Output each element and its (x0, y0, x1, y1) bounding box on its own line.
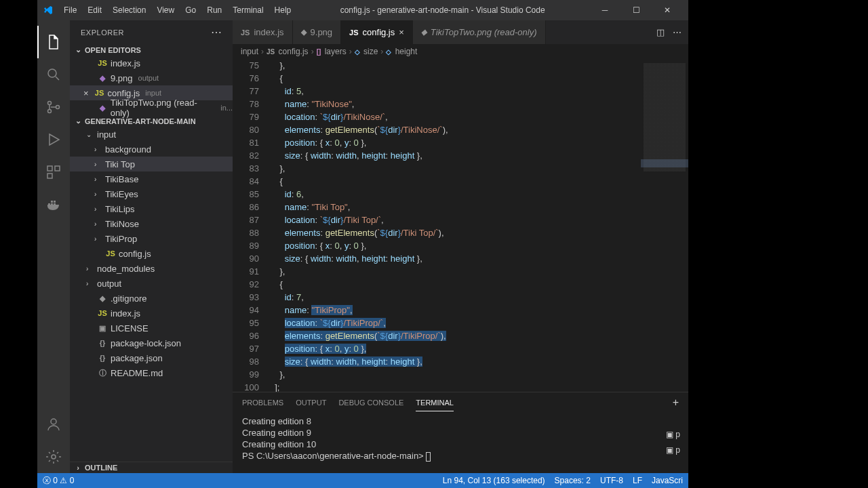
svg-rect-5 (47, 166, 52, 171)
source-control-icon[interactable] (37, 91, 70, 123)
tree-item[interactable]: ⓘREADME.md (70, 365, 233, 380)
breadcrumb-item[interactable]: ◇ height (386, 47, 417, 56)
file-icon: JS (97, 59, 108, 67)
file-icon: JS (349, 28, 358, 37)
chevron-icon: › (94, 176, 102, 183)
tree-item[interactable]: ▣LICENSE (70, 321, 233, 336)
menubar: FileEditSelectionViewGoRunTerminalHelp (59, 3, 296, 18)
status-encoding[interactable]: UTF-8 (600, 476, 623, 485)
status-selection[interactable]: Ln 94, Col 13 (163 selected) (443, 476, 545, 485)
tree-item[interactable]: ›node_modules (70, 261, 233, 276)
terminal-output[interactable]: ▣ p ▣ p Creating edition 8Creating editi… (233, 413, 688, 473)
activity-bar (37, 20, 70, 473)
terminal-powershell-icon[interactable]: ▣ p (666, 429, 680, 441)
menu-run[interactable]: Run (202, 3, 226, 18)
tree-item[interactable]: ›TikiEyes (70, 186, 233, 201)
panel-tab-problems[interactable]: PROBLEMS (242, 394, 283, 411)
close-button[interactable]: ✕ (652, 0, 683, 20)
tree-item[interactable]: ›output (70, 276, 233, 291)
tree-item[interactable]: ◆.gitignore (70, 291, 233, 306)
close-icon[interactable]: × (83, 88, 89, 98)
tree-item[interactable]: ›TikiBase (70, 171, 233, 186)
chevron-down-icon: ⌄ (73, 45, 83, 54)
svg-point-9 (52, 455, 56, 459)
file-icon: JS (94, 89, 105, 97)
svg-rect-7 (47, 174, 52, 178)
tree-item[interactable]: ›background (70, 142, 233, 157)
breadcrumb-item[interactable]: JS config.js (267, 47, 309, 56)
terminal-powershell-icon[interactable]: ▣ p (666, 445, 680, 456)
editor-tab[interactable]: ◆TikiTopTwo.png (read-only) (413, 20, 546, 44)
svg-point-8 (51, 419, 56, 424)
accounts-icon[interactable] (37, 408, 70, 441)
menu-help[interactable]: Help (270, 3, 296, 18)
statusbar: ⓧ 0 ⚠ 0 Ln 94, Col 13 (163 selected) Spa… (37, 473, 688, 488)
panel-tab-debug-console[interactable]: DEBUG CONSOLE (338, 394, 403, 411)
open-editor-item[interactable]: JSindex.js (70, 56, 233, 70)
docker-icon[interactable] (37, 188, 70, 221)
chevron-icon: › (94, 190, 102, 198)
breadcrumb-item[interactable]: input (241, 47, 258, 56)
open-editor-item[interactable]: ◆9.pngoutput (70, 70, 233, 85)
chevron-icon: › (94, 220, 102, 228)
menu-selection[interactable]: Selection (108, 3, 151, 18)
more-icon[interactable]: ⋯ (673, 27, 682, 37)
menu-edit[interactable]: Edit (83, 3, 106, 18)
open-editors-header[interactable]: ⌄ OPEN EDITORS (70, 44, 233, 56)
file-icon: ▣ (97, 324, 108, 333)
new-terminal-icon[interactable]: + (673, 396, 679, 409)
menu-file[interactable]: File (59, 3, 81, 18)
breadcrumbs[interactable]: input›JS config.js›[] layers›◇ size›◇ he… (233, 44, 688, 59)
search-icon[interactable] (37, 58, 70, 91)
menu-go[interactable]: Go (180, 3, 201, 18)
status-spaces[interactable]: Spaces: 2 (555, 476, 591, 485)
file-icon: ⓘ (97, 368, 108, 378)
tree-item[interactable]: ›TikiNose (70, 216, 233, 231)
menu-terminal[interactable]: Terminal (228, 3, 268, 18)
open-editor-item[interactable]: ◆TikiTopTwo.png (read-only)in... (70, 100, 233, 115)
tree-item[interactable]: {}package-lock.json (70, 336, 233, 350)
settings-gear-icon[interactable] (37, 441, 70, 473)
close-icon[interactable]: × (399, 27, 404, 37)
tree-item[interactable]: ⌄input (70, 127, 233, 142)
file-icon: ◆ (301, 28, 307, 37)
status-eol[interactable]: LF (633, 476, 642, 485)
svg-point-2 (48, 102, 52, 105)
tree-item[interactable]: {}package.json (70, 350, 233, 365)
chevron-icon: › (94, 205, 102, 213)
svg-line-1 (56, 77, 59, 80)
editor-tab[interactable]: JSconfig.js× (341, 20, 413, 44)
maximize-button[interactable]: ☐ (620, 0, 652, 20)
status-language[interactable]: JavaScri (652, 476, 683, 485)
project-header[interactable]: ⌄ GENERATIVE-ART-NODE-MAIN (70, 115, 233, 127)
extensions-icon[interactable] (37, 156, 70, 188)
file-icon: ◆ (97, 294, 108, 303)
svg-point-0 (48, 69, 56, 77)
chevron-icon: › (94, 146, 102, 153)
tree-item[interactable]: JSconfig.js (70, 246, 233, 261)
tree-item[interactable]: ›TikiProp (70, 231, 233, 246)
outline-header[interactable]: › OUTLINE (70, 462, 233, 473)
breadcrumb-item[interactable]: ◇ size (355, 47, 378, 56)
panel-tab-output[interactable]: OUTPUT (296, 394, 326, 411)
run-debug-icon[interactable] (37, 123, 70, 156)
explorer-more-icon[interactable]: ⋯ (211, 26, 222, 39)
breadcrumb-item[interactable]: [] layers (317, 47, 347, 56)
status-errors[interactable]: ⓧ 0 ⚠ 0 (43, 475, 74, 487)
editor-tab[interactable]: ◆9.png (293, 20, 342, 44)
vscode-logo-icon (43, 5, 54, 16)
split-editor-icon[interactable]: ◫ (656, 27, 665, 37)
panel-tab-terminal[interactable]: TERMINAL (416, 394, 454, 411)
menu-view[interactable]: View (152, 3, 179, 18)
svg-point-3 (48, 110, 52, 113)
sidebar: EXPLORER ⋯ ⌄ OPEN EDITORS JSindex.js◆9.p… (70, 20, 233, 473)
tree-item[interactable]: ›TikiLips (70, 201, 233, 216)
minimap[interactable] (641, 59, 688, 392)
tree-item[interactable]: ›Tiki Top (70, 157, 233, 171)
editor-tab[interactable]: JSindex.js (233, 20, 293, 44)
explorer-icon[interactable] (37, 26, 70, 58)
tree-item[interactable]: JSindex.js (70, 306, 233, 321)
chevron-down-icon: ⌄ (73, 117, 83, 125)
minimize-button[interactable]: ─ (589, 0, 620, 20)
code-editor[interactable]: }, { id: 5, name: "TikiNose", location: … (270, 59, 641, 392)
